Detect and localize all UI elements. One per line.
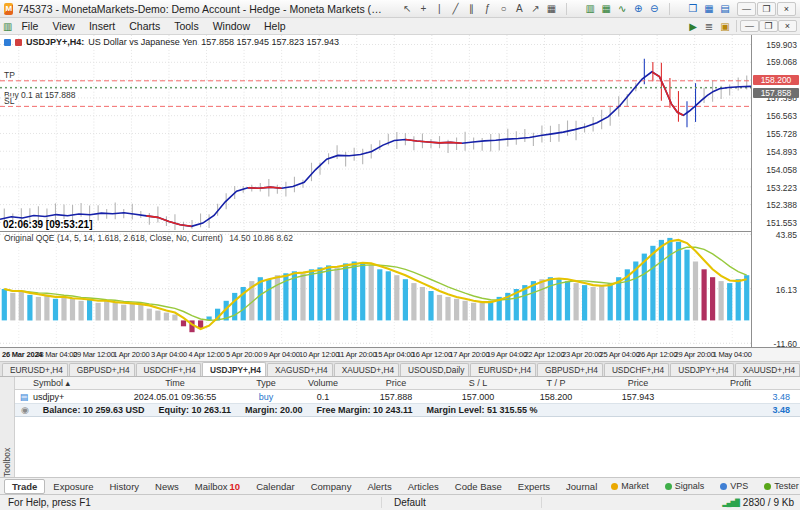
time-axis-label: 29 Mar 12:00 — [73, 350, 115, 359]
position-volume: 0.1 — [293, 392, 353, 402]
time-axis-label: 10 Apr 12:00 — [299, 350, 339, 359]
child-minimize-button[interactable]: — — [740, 20, 759, 32]
toolbar-window-group: ❒▦▤ — [685, 2, 733, 16]
tile-windows-icon[interactable]: ▦ — [701, 2, 717, 16]
app-icon: M — [4, 3, 13, 15]
price-axis[interactable]: 158.200 157.858 159.903159.068158.233157… — [751, 35, 800, 347]
margin-value: Margin: 20.00 — [245, 405, 303, 415]
menu-tools[interactable]: Tools — [167, 19, 206, 33]
toolbox-tab-calendar[interactable]: Calendar — [248, 479, 303, 494]
chart-tab-eurusd-h4[interactable]: EURUSD+,H4 — [2, 363, 68, 376]
column-header-profit[interactable]: Profit — [681, 378, 800, 388]
toolbox-tab-experts[interactable]: Experts — [510, 479, 558, 494]
crosshair-icon[interactable]: + — [415, 2, 431, 16]
toolbox-tab-mailbox[interactable]: Mailbox10 — [187, 479, 248, 494]
chart-tab-usdjpy-h4[interactable]: USDJPY+,H4 — [202, 362, 266, 376]
market-button[interactable]: Market — [605, 480, 655, 492]
column-header-type[interactable]: Type — [239, 378, 293, 388]
chart-tab-xauusd-h4[interactable]: XAUUSD+,H4 — [735, 363, 800, 376]
column-header-time[interactable]: Time — [111, 378, 239, 388]
algo-trading-icon[interactable]: ▶ — [685, 19, 701, 33]
price-axis-label: 151.553 — [766, 218, 797, 228]
sl-line-label: SL — [3, 96, 15, 106]
time-axis-label: 23 Apr 20:00 — [562, 350, 602, 359]
toolbar-drawing-group: ↖+|╱∥ƒ○A↗▦ — [399, 2, 559, 16]
menu-file[interactable]: File — [14, 19, 45, 33]
column-header-symbol[interactable]: Symbol ▴ — [33, 378, 111, 388]
toolbox-tab-trade[interactable]: Trade — [4, 479, 45, 494]
cursor-icon[interactable]: ↖ — [399, 2, 415, 16]
fibonacci-icon[interactable]: ƒ — [479, 2, 495, 16]
toolbox-side-tab[interactable]: Toolbox — [0, 377, 15, 477]
toolbox-tab-history[interactable]: History — [102, 479, 148, 494]
toolbar-chart-group: ▥▦∿⊕⊖ — [582, 2, 662, 16]
toolbox-tab-company[interactable]: Company — [303, 479, 360, 494]
child-close-button[interactable]: × — [778, 20, 797, 32]
trendline-icon[interactable]: ╱ — [447, 2, 463, 16]
zoom-in-icon[interactable]: ⊕ — [630, 2, 646, 16]
toolbox-toggle-icon[interactable]: ▣ — [717, 19, 733, 33]
chart-tab-gbpusd-h4[interactable]: GBPUSD+,H4 — [537, 363, 603, 376]
indicator-axis-label: 43.85 — [776, 230, 797, 240]
menu-help[interactable]: Help — [257, 19, 293, 33]
menu-insert[interactable]: Insert — [82, 19, 122, 33]
new-window-icon[interactable]: ❒ — [685, 2, 701, 16]
column-header-t-p[interactable]: T / P — [517, 378, 595, 388]
toolbox-tab-alerts[interactable]: Alerts — [359, 479, 399, 494]
chart-tab-gbpusd-h4[interactable]: GBPUSD+,H4 — [69, 363, 135, 376]
status-profile[interactable]: Default — [382, 497, 542, 508]
main-chart-pane[interactable]: USDJPY+,H4: US Dollar vs Japanese Yen 15… — [0, 35, 751, 232]
chart-tab-xagusd-h4[interactable]: XAGUSD+,H4 — [267, 363, 333, 376]
column-header-price[interactable]: Price — [353, 378, 439, 388]
position-symbol: usdjpy+ — [33, 392, 111, 402]
column-header-price[interactable]: Price — [595, 378, 681, 388]
zoom-out-icon[interactable]: ⊖ — [646, 2, 662, 16]
chart-tab-usdjpy-h4[interactable]: USDJPY+,H4 — [670, 363, 734, 376]
close-button[interactable]: × — [777, 2, 796, 16]
menu-charts[interactable]: Charts — [122, 19, 167, 33]
status-traffic: ▂▄▆█ 2830 / 9 Kb — [722, 497, 800, 508]
minimize-button[interactable]: — — [737, 2, 756, 16]
arrows-icon[interactable]: ↗ — [527, 2, 543, 16]
bar-chart-icon[interactable]: ▥ — [582, 2, 598, 16]
price-axis-label: 159.068 — [766, 57, 797, 67]
vps-button[interactable]: VPS — [714, 480, 754, 492]
toolbox-tab-news[interactable]: News — [147, 479, 187, 494]
candlestick-icon[interactable]: ▦ — [598, 2, 614, 16]
time-axis-label: 26 Apr 12:00 — [637, 350, 677, 359]
menu-window[interactable]: Window — [206, 19, 257, 33]
toolbox-tab-journal[interactable]: Journal — [558, 479, 605, 494]
menu-view[interactable]: View — [45, 19, 82, 33]
vertical-line-icon[interactable]: | — [431, 2, 447, 16]
chart-tab-xauusd-h4[interactable]: XAUUSD+,H4 — [334, 363, 399, 376]
depth-of-market-icon[interactable]: ≣ — [701, 19, 717, 33]
chart-tab-usousd-daily[interactable]: USOUSD,Daily — [400, 363, 469, 376]
data-window-icon[interactable]: ▤ — [717, 2, 733, 16]
maximize-button[interactable]: ❐ — [757, 2, 776, 16]
signals-button[interactable]: Signals — [659, 480, 711, 492]
chart-tab-usdchf-h4[interactable]: USDCHF+,H4 — [136, 363, 201, 376]
objects-list-icon[interactable]: ▦ — [543, 2, 559, 16]
time-axis-label: 15 Apr 04:00 — [374, 350, 414, 359]
column-header-s-l[interactable]: S / L — [439, 378, 517, 388]
line-chart-icon[interactable]: ∿ — [614, 2, 630, 16]
indicator-pane[interactable]: Original QQE (14, 5, 14, 1.618, 2.618, C… — [0, 232, 751, 346]
column-header-volume[interactable]: Volume — [293, 378, 353, 388]
indicator-mini-icon — [15, 39, 22, 46]
menu-bar: ▥ FileViewInsertChartsToolsWindowHelp ▶≣… — [0, 18, 800, 35]
position-row[interactable]: ▤ usdjpy+ 2024.05.01 09:36:55 buy 0.1 15… — [15, 390, 800, 403]
child-restore-button[interactable]: ❐ — [759, 20, 778, 32]
toolbox-tab-articles[interactable]: Articles — [400, 479, 447, 494]
indicator-values: 14.50 10.86 8.62 — [229, 233, 293, 243]
time-axis-label: 28 Mar 04:00 — [35, 350, 77, 359]
channel-icon[interactable]: ∥ — [463, 2, 479, 16]
tester-button[interactable]: Tester — [758, 480, 800, 492]
chart-header: USDJPY+,H4: US Dollar vs Japanese Yen 15… — [4, 37, 339, 47]
chart-tab-eurusd-h4[interactable]: EURUSD+,H4 — [470, 363, 536, 376]
toolbox-tab-code-base[interactable]: Code Base — [447, 479, 510, 494]
toolbox-tab-exposure[interactable]: Exposure — [45, 479, 101, 494]
shapes-icon[interactable]: ○ — [495, 2, 511, 16]
chart-tab-usdchf-h4[interactable]: USDCHF+,H4 — [604, 363, 669, 376]
text-icon[interactable]: A — [511, 2, 527, 16]
time-axis[interactable]: 26 Mar 202428 Mar 04:0029 Mar 12:001 Apr… — [0, 347, 800, 362]
